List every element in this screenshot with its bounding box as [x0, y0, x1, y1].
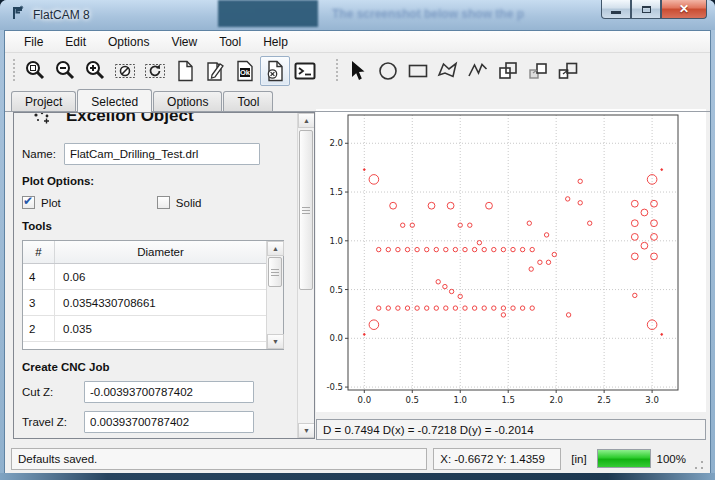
window-bottom-border	[0, 473, 715, 480]
toolbar: Ok	[5, 53, 710, 89]
panel-scroll-thumb[interactable]	[299, 130, 313, 290]
zoom-in-icon	[83, 59, 107, 83]
draw-polygon-icon	[436, 59, 460, 83]
svg-text:3.0: 3.0	[645, 395, 659, 405]
svg-text:2.5: 2.5	[597, 395, 611, 405]
toolbar-delete-object-button[interactable]	[260, 56, 290, 86]
cursor-coordinates: X: -0.6672 Y: 1.4359	[433, 448, 561, 470]
plot-checkbox[interactable]	[22, 196, 35, 209]
maximize-button[interactable]	[631, 0, 661, 19]
units-indicator: [in]	[571, 453, 586, 465]
toolbar-grip[interactable]	[11, 59, 16, 83]
replot-icon	[143, 59, 167, 83]
panel-scroll-up-icon[interactable]: ▲	[298, 113, 315, 128]
measurement-readout: D = 0.7494 D(x) = -0.7218 D(y) = -0.2014	[316, 419, 706, 440]
cut-z-input[interactable]	[84, 381, 254, 403]
window-title: FlatCAM 8	[33, 8, 90, 22]
toolbar-select-pointer-button[interactable]	[343, 56, 373, 86]
drill-icon	[30, 113, 54, 133]
toolbar-edit-file-button[interactable]	[200, 56, 230, 86]
toolbar-grip-2[interactable]	[334, 59, 339, 83]
tool-diameter: 0.0354330708661	[55, 290, 266, 315]
menu-edit[interactable]: Edit	[54, 32, 97, 52]
toolbar-clear-plot-button[interactable]	[110, 56, 140, 86]
tools-label: Tools	[22, 220, 291, 232]
table-row[interactable]: 20.035	[23, 316, 266, 342]
progress-percent: 100%	[657, 453, 686, 465]
tools-scroll-thumb[interactable]	[268, 257, 282, 287]
menu-options[interactable]: Options	[97, 32, 160, 52]
panel-scroll-down-icon[interactable]: ▼	[298, 423, 315, 438]
maximize-icon	[642, 6, 651, 13]
toolbar-draw-circle-button[interactable]	[373, 56, 403, 86]
svg-text:0.5: 0.5	[329, 285, 343, 295]
plot-options-label: Plot Options:	[22, 175, 291, 187]
draw-rectangle-icon	[406, 59, 430, 83]
travel-z-input[interactable]	[84, 411, 254, 433]
background-window-fragment	[218, 0, 318, 27]
toolbar-move-objects-button[interactable]	[553, 56, 583, 86]
flatcam-window: The screenshot below show the p FlatCAM …	[0, 0, 715, 480]
menu-help[interactable]: Help	[252, 32, 299, 52]
close-icon: ✕	[679, 2, 689, 16]
toolbar-zoom-in-button[interactable]	[80, 56, 110, 86]
menu-view[interactable]: View	[160, 32, 208, 52]
toolbar-zoom-fit-button[interactable]	[20, 56, 50, 86]
zoom-fit-icon	[23, 59, 47, 83]
svg-text:1.5: 1.5	[329, 187, 343, 197]
tools-table-scrollbar[interactable]: ▲ ▼	[266, 241, 283, 349]
cnc-job-title: Create CNC Job	[22, 361, 291, 373]
panel-scrollbar[interactable]: ▲ ▼	[297, 113, 314, 438]
app-icon	[10, 5, 26, 25]
status-bar: Defaults saved. X: -0.6672 Y: 1.4359 [in…	[5, 444, 710, 473]
toolbar-copy-objects-button[interactable]	[493, 56, 523, 86]
tab-project[interactable]: Project	[11, 91, 76, 112]
toolbar-new-file-button[interactable]	[170, 56, 200, 86]
close-button[interactable]: ✕	[661, 0, 707, 19]
toolbar-ok-file-button[interactable]: Ok	[230, 56, 260, 86]
tab-selected[interactable]: Selected	[77, 89, 152, 112]
resize-grip[interactable]	[694, 460, 704, 470]
menubar: FileEditOptionsViewToolHelp	[5, 31, 710, 53]
table-row[interactable]: 40.06	[23, 264, 266, 290]
tab-tool[interactable]: Tool	[223, 91, 273, 112]
toolbar-draw-polyline-button[interactable]	[463, 56, 493, 86]
name-input[interactable]	[64, 143, 260, 165]
toolbar-copy-geometry-button[interactable]	[523, 56, 553, 86]
svg-text:Ok: Ok	[240, 68, 251, 77]
tools-table: # Diameter 40.0630.035433070866120.035 ▲…	[22, 240, 284, 350]
clear-plot-icon	[113, 59, 137, 83]
tab-options[interactable]: Options	[153, 91, 222, 112]
toolbar-zoom-out-button[interactable]	[50, 56, 80, 86]
plot-canvas[interactable]: 0.00.51.01.52.02.53.0-0.50.00.51.01.52.0	[316, 109, 706, 412]
tool-diameter: 0.06	[55, 264, 266, 289]
toolbar-replot-button[interactable]	[140, 56, 170, 86]
svg-text:0.5: 0.5	[406, 395, 420, 405]
tool-number: 2	[23, 316, 55, 341]
toolbar-draw-rectangle-button[interactable]	[403, 56, 433, 86]
scroll-down-icon[interactable]: ▼	[267, 334, 284, 349]
tool-diameter: 0.035	[55, 316, 266, 341]
toolbar-shell-button[interactable]	[290, 56, 320, 86]
svg-text:1.0: 1.0	[329, 236, 343, 246]
menu-tool[interactable]: Tool	[208, 32, 252, 52]
svg-text:0.0: 0.0	[358, 395, 372, 405]
tool-number: 4	[23, 264, 55, 289]
menu-file[interactable]: File	[13, 32, 54, 52]
solid-checkbox[interactable]	[157, 196, 170, 209]
tools-col-number[interactable]: #	[23, 241, 55, 263]
minimize-button[interactable]	[601, 0, 631, 19]
minimize-icon	[611, 11, 621, 14]
scroll-up-icon[interactable]: ▲	[267, 241, 284, 256]
cut-z-label: Cut Z:	[22, 386, 84, 398]
solid-checkbox-label: Solid	[176, 197, 202, 209]
draw-circle-icon	[376, 59, 400, 83]
shell-icon	[293, 59, 317, 83]
move-objects-icon	[556, 59, 580, 83]
svg-text:0.0: 0.0	[329, 333, 343, 343]
copy-geometry-icon	[526, 59, 550, 83]
tools-col-diameter[interactable]: Diameter	[55, 241, 266, 263]
table-row[interactable]: 30.0354330708661	[23, 290, 266, 316]
titlebar[interactable]: The screenshot below show the p FlatCAM …	[0, 0, 715, 30]
toolbar-draw-polygon-button[interactable]	[433, 56, 463, 86]
